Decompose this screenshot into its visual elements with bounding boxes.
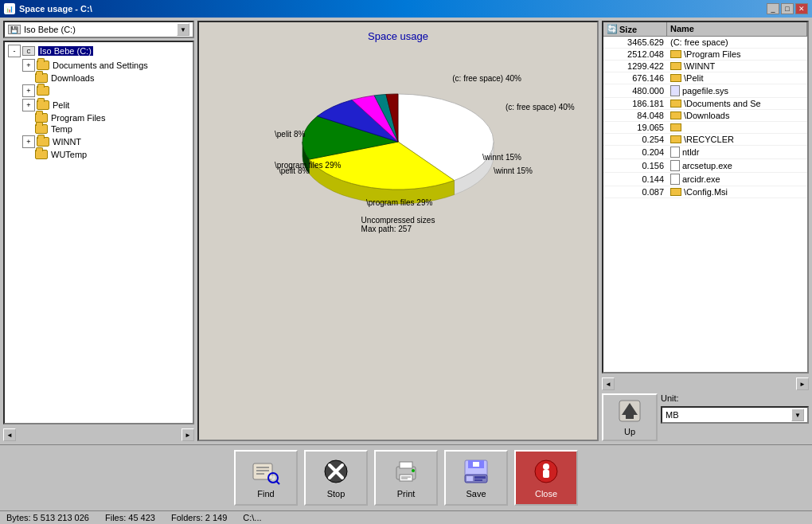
up-arrow-icon: [617, 398, 642, 424]
unit-label: Unit:: [661, 393, 809, 403]
tree-label: Iso Bebe (C:): [38, 46, 93, 56]
tree-label: Downloads: [51, 73, 94, 83]
file-row[interactable]: 186.181 \Documents and Se: [603, 98, 807, 110]
svg-rect-27: [474, 479, 482, 481]
file-row[interactable]: 2512.048 \Program Files: [603, 49, 807, 61]
file-row[interactable]: 0.204 ntldr: [603, 146, 807, 159]
svg-text:\program files 29%: \program files 29%: [366, 198, 432, 207]
file-name: ntldr: [667, 147, 807, 158]
stop-button[interactable]: Stop: [304, 450, 368, 506]
file-name: (C: free space): [667, 37, 807, 47]
tree-item-temp[interactable]: Temp: [6, 123, 191, 135]
svg-line-11: [276, 481, 279, 484]
file-row[interactable]: 480.000 pagefile.sys: [603, 84, 807, 98]
list-scroll-right[interactable]: ►: [796, 377, 809, 390]
svg-rect-17: [400, 462, 412, 468]
tree-scrollbar: ◄ ►: [3, 428, 194, 441]
file-icon: [670, 85, 680, 96]
file-row[interactable]: 0.144 arcidr.exe: [603, 173, 807, 186]
save-icon: [462, 457, 490, 486]
folder-icon: [35, 150, 48, 159]
file-name: \WINNT: [667, 61, 807, 71]
chart-area: Space usage (c: free space) 40%\winnt 15…: [199, 22, 597, 440]
file-row[interactable]: 84.048 \Downloads: [603, 110, 807, 122]
close-icon: [532, 457, 560, 486]
file-size: 186.181: [603, 99, 667, 108]
status-bytes: Bytes: 5 513 213 026: [6, 513, 89, 522]
info-line2: Max path: 257: [361, 225, 435, 233]
find-button[interactable]: Find: [234, 450, 298, 506]
svg-text:(c: free space) 40%: (c: free space) 40%: [506, 103, 575, 111]
maximize-button[interactable]: □: [781, 3, 794, 14]
window-title: Space usage - C:\: [19, 4, 92, 14]
drive-dropdown[interactable]: 💾 Iso Bebe (C:) ▼: [3, 21, 194, 38]
expand-icon[interactable]: +: [22, 84, 35, 97]
file-list[interactable]: 🔄 Size Name 3465.629 (C: free space) 251…: [602, 21, 809, 373]
file-icon: [670, 160, 680, 171]
svg-rect-28: [473, 462, 479, 467]
file-row[interactable]: 676.146 \Pelit: [603, 72, 807, 84]
status-files: Files: 45 423: [105, 513, 155, 522]
file-size: 2512.048: [603, 49, 667, 59]
file-row[interactable]: 0.156 arcsetup.exe: [603, 159, 807, 173]
unit-select[interactable]: MB ▼: [661, 406, 809, 424]
file-name: \Downloads: [667, 111, 807, 120]
folder-icon: [37, 86, 49, 96]
close-window-button[interactable]: ✕: [795, 3, 808, 14]
tree-item-unknown[interactable]: +: [6, 84, 191, 98]
close-button[interactable]: Close: [514, 450, 578, 506]
svg-rect-26: [474, 476, 486, 479]
folder-icon: [670, 100, 681, 108]
file-size: 19.065: [603, 123, 667, 132]
tree-item-pelit[interactable]: + Pelit: [6, 98, 191, 112]
file-name: \Documents and Se: [667, 99, 807, 108]
up-button[interactable]: Up: [602, 393, 658, 441]
scroll-right-button[interactable]: ►: [182, 428, 194, 441]
svg-point-12: [271, 475, 275, 480]
tree-item-docsettings[interactable]: + Documents and Settings: [6, 58, 191, 72]
pie-chart: (c: free space) 40%\winnt 15%\program fi…: [271, 50, 525, 209]
tree-item-winnt[interactable]: + WINNT: [6, 135, 191, 149]
folder-tree[interactable]: - C Iso Bebe (C:) + Documents and Settin…: [3, 41, 194, 424]
folder-icon: [670, 111, 681, 119]
file-row[interactable]: 0.254 \RECYCLER: [603, 134, 807, 146]
file-name: \Pelit: [667, 73, 807, 83]
print-button[interactable]: Print: [374, 450, 438, 506]
expand-icon[interactable]: +: [22, 135, 35, 148]
tree-item-root[interactable]: - C Iso Bebe (C:): [6, 44, 191, 58]
dropdown-arrow-icon: ▼: [177, 23, 189, 36]
tree-item-programfiles[interactable]: Program Files: [6, 112, 191, 123]
label-programfiles: \program files 29%: [275, 161, 341, 170]
unit-area: Unit: MB ▼: [661, 393, 809, 424]
status-path: C:\...: [243, 513, 261, 522]
svg-point-19: [412, 469, 415, 472]
list-scroll-left[interactable]: ◄: [602, 377, 615, 390]
scroll-left-button[interactable]: ◄: [3, 428, 16, 441]
tree-item-wutemp[interactable]: WUTemp: [6, 149, 191, 160]
expand-icon[interactable]: +: [22, 59, 35, 72]
file-row[interactable]: 1299.422 \WINNT: [603, 61, 807, 72]
save-button[interactable]: Save: [444, 450, 508, 506]
tree-label: WINNT: [53, 137, 81, 147]
expand-icon[interactable]: -: [8, 45, 21, 57]
minimize-button[interactable]: _: [767, 3, 779, 14]
file-row[interactable]: 0.087 \Config.Msi: [603, 186, 807, 198]
app-icon: 📊: [4, 3, 15, 14]
folder-icon: [670, 188, 681, 196]
size-column-header[interactable]: 🔄 Size: [603, 22, 667, 36]
file-icon: [670, 147, 680, 158]
file-size: 0.144: [603, 174, 667, 184]
expand-icon[interactable]: +: [22, 99, 35, 111]
name-column-header[interactable]: Name: [667, 22, 807, 36]
svg-point-30: [543, 463, 549, 470]
tree-item-downloads[interactable]: Downloads: [6, 72, 191, 84]
chart-title: Space usage: [368, 30, 428, 42]
info-line1: Uncompressed sizes: [361, 216, 435, 225]
file-size: 480.000: [603, 86, 667, 96]
file-name: arcidr.exe: [667, 174, 807, 185]
file-size: 84.048: [603, 111, 667, 120]
print-icon: [392, 457, 420, 486]
tree-label: Temp: [51, 124, 72, 134]
file-row[interactable]: 19.065: [603, 122, 807, 134]
file-row[interactable]: 3465.629 (C: free space): [603, 37, 807, 49]
